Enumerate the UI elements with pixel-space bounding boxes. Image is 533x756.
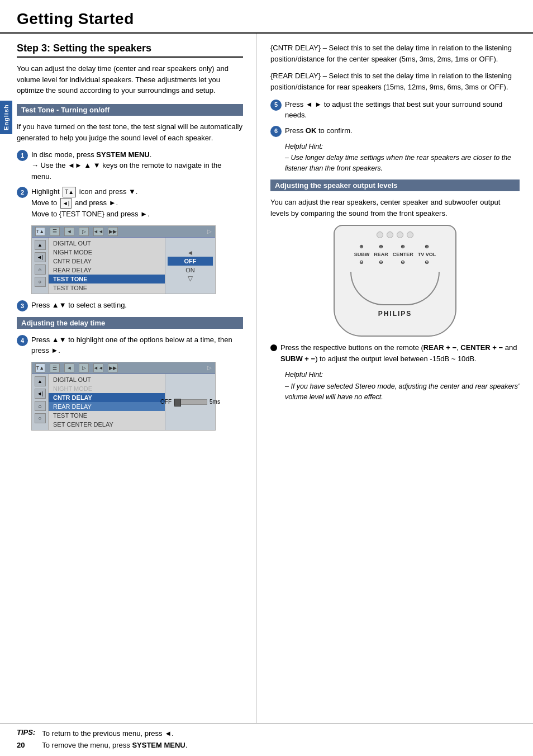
hint-1-title: Helpful Hint: <box>285 141 520 152</box>
menu2-row-set-center: SET CENTER DELAY <box>49 420 165 429</box>
ok-key: OK <box>306 126 317 135</box>
menu-mockup-1: T▲ ☰ ◄ ▷ ◄◄ ▶▶ ▷ ▲ ◄| ⌂ ○ <box>31 225 216 294</box>
hint-2-text: – If you have selected Stereo mode, adju… <box>285 382 519 401</box>
center-plus-icon: ⊕ <box>401 244 405 249</box>
subw-minus: ⊖ <box>359 259 364 265</box>
rear-plus-icon: ⊕ <box>379 244 383 249</box>
menu-row-rear-delay: REAR DELAY <box>49 266 165 275</box>
subsection-test-tone-text: If you have turned on the test tone, the… <box>17 121 243 144</box>
remote-subw-group: ⊕ SUBW ⊖ <box>354 244 370 265</box>
bullet-step: Press the respective buttons on the remo… <box>270 342 520 364</box>
tips-line-1: To return to the previous menu, press ◄. <box>42 728 187 740</box>
remote-brand-label: PHILIPS <box>378 310 412 318</box>
remote-bottom-curve <box>350 272 440 305</box>
rewind-icon: ◄| <box>60 198 72 209</box>
cntr-delay-label: {CNTR DELAY} <box>270 44 321 52</box>
tvvol-minus-icon: ⊖ <box>425 259 429 265</box>
subsection-test-tone-heading: Test Tone - Turning on/off <box>17 104 243 116</box>
menu-icon-menu-2: ☰ <box>50 363 60 372</box>
tvvol-plus-icon: ⊕ <box>425 244 429 249</box>
step-3: 3 Press ▲▼ to select a setting. <box>17 300 243 311</box>
menu-row-test-tone-1: TEST TONE <box>49 275 165 284</box>
menu-icon-home-2: ⌂ <box>35 401 46 411</box>
step-1: 1 In disc mode, press SYSTEM MENU. → Use… <box>17 149 243 182</box>
menu-icon-rewind-2: ◄| <box>35 389 46 399</box>
tips-bar: TIPS: To return to the previous menu, pr… <box>0 723 533 756</box>
menu-icon-circle: ○ <box>35 277 46 287</box>
helpful-hint-1: Helpful Hint: – Use longer delay time se… <box>285 141 520 174</box>
step-3-circle: 3 <box>17 300 28 311</box>
ta-icon: T▲ <box>63 187 76 197</box>
tips-content: To return to the previous menu, press ◄.… <box>42 728 187 752</box>
step-4-text: Press ▲▼ to highlight one of the options… <box>31 336 232 355</box>
menu-icon-rewind: ◄| <box>35 252 46 262</box>
menu2-row-digital-out: DIGITAL OUT <box>49 375 165 384</box>
rear-minus-icon: ⊖ <box>379 259 383 265</box>
step-2: 2 Highlight T▲ icon and press ▼. Move to… <box>17 186 243 220</box>
helpful-hint-2: Helpful Hint: – If you have selected Ste… <box>285 370 520 402</box>
menu-row-test-tone-2: TEST TONE <box>49 284 165 292</box>
system-menu-key: SYSTEM MENU <box>96 150 149 159</box>
step-2-sub1: Move to ◄| and press ►. <box>31 197 243 209</box>
menu-left-icons-1: ▲ ◄| ⌂ ○ <box>32 238 49 294</box>
remote-top-c4 <box>407 231 413 238</box>
right-column: {CNTR DELAY} – Select this to set the de… <box>257 34 533 723</box>
subsection-delay-heading: Adjusting the delay time <box>17 317 243 329</box>
menu-icon-back: ◄ <box>64 227 74 236</box>
menu-icon-ta: T▲ <box>35 227 45 236</box>
step-3-text: Press ▲▼ to select a setting. <box>31 301 127 309</box>
bullet-step-content: Press the respective buttons on the remo… <box>280 342 520 364</box>
step-5-text: Press ◄ ► to adjust the settings that be… <box>285 100 502 120</box>
menu-row-cntr-delay: CNTR DELAY <box>49 257 165 266</box>
menu-top-bar-2: T▲ ☰ ◄ ▷ ◄◄ ▶▶ ▷ <box>32 362 215 374</box>
menu-row-digital-out: DIGITAL OUT <box>49 239 165 248</box>
subsection-output-intro: You can adjust the rear speakers, center… <box>270 197 520 219</box>
remote-rear-group: ⊕ REAR ⊖ <box>374 244 388 265</box>
menu-icon-rew-2: ◄◄ <box>93 363 103 372</box>
left-column: Step 3: Setting the speakers You can adj… <box>0 34 257 723</box>
rear-delay-label: {REAR DELAY} <box>270 72 321 80</box>
menu-body-1: ▲ ◄| ⌂ ○ DIGITAL OUT NIGHT MODE CNTR DEL… <box>32 238 215 294</box>
step-5-content: Press ◄ ► to adjust the settings that be… <box>285 99 520 121</box>
remote-mockup: ⊕ SUBW ⊖ ⊕ REAR ⊖ ⊕ CENT <box>334 225 456 337</box>
menu-icon-ff: ▶▶ <box>108 227 118 236</box>
center-minus-icon: ⊖ <box>401 259 405 265</box>
step-6: 6 Press OK to confirm. <box>270 125 520 137</box>
menu-opt-on: ON <box>168 266 213 275</box>
remote-top-c2 <box>387 231 393 238</box>
step-2-text: Highlight T▲ icon and press ▼. <box>31 187 137 196</box>
remote-center-group: ⊕ CENTER ⊖ <box>393 244 413 265</box>
delay-track <box>174 399 207 405</box>
menu-items-1: DIGITAL OUT NIGHT MODE CNTR DELAY REAR D… <box>49 238 165 294</box>
step-2-circle: 2 <box>17 187 28 198</box>
cntr-delay-text: {CNTR DELAY} – Select this to set the de… <box>270 42 520 65</box>
menu-icon-circle-2: ○ <box>35 413 46 423</box>
menu-row-night-mode: NIGHT MODE <box>49 248 165 257</box>
menu-right-panel-2: OFF 5ms <box>165 374 215 430</box>
step-6-circle: 6 <box>270 126 282 137</box>
center-key: CENTER + − <box>460 343 503 352</box>
remote-body: ⊕ SUBW ⊖ ⊕ REAR ⊖ ⊕ CENT <box>334 225 456 337</box>
step-4-content: Press ▲▼ to highlight one of the options… <box>31 334 243 356</box>
section-intro: You can adjust the delay time (center an… <box>17 63 243 96</box>
menu2-row-cntr-delay: CNTR DELAY <box>49 393 165 402</box>
step-4-circle: 4 <box>17 335 28 346</box>
menu-icon-menu: ☰ <box>50 227 60 236</box>
step-2-content: Highlight T▲ icon and press ▼. Move to ◄… <box>31 186 243 220</box>
remote-top-c3 <box>397 231 403 238</box>
subw-key: SUBW + − <box>280 355 315 363</box>
section-title: Step 3: Setting the speakers <box>17 42 243 58</box>
menu-body-2: ▲ ◄| ⌂ ○ DIGITAL OUT NIGHT MODE CNTR DEL… <box>32 374 215 430</box>
menu-icon-play: ▷ <box>79 227 89 236</box>
step-6-content: Press OK to confirm. <box>285 125 520 136</box>
page-number: 20 <box>17 741 25 749</box>
slider-label-5ms: 5ms <box>210 399 220 405</box>
menu-icon-rew: ◄◄ <box>93 227 103 236</box>
subw-label: ⊕ <box>359 244 364 249</box>
rear-key: REAR + − <box>423 343 456 352</box>
menu-icon-play-2: ▷ <box>79 363 89 372</box>
menu-left-icons-2: ▲ ◄| ⌂ ○ <box>32 374 49 430</box>
remote-tvvol-group: ⊕ TV VOL ⊖ <box>418 244 436 265</box>
menu2-row-test-tone: TEST TONE <box>49 411 165 420</box>
tips-system-menu-key: SYSTEM MENU <box>132 741 185 749</box>
